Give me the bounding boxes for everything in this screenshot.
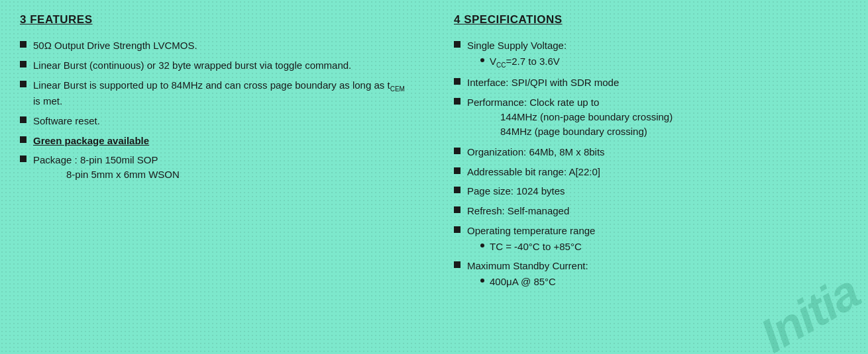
features-section: 3 FEATURES 50Ω Output Drive Strength LVC… — [20, 13, 434, 341]
sub-item: VCC=2.7 to 3.6V — [480, 54, 848, 71]
bullet-icon — [20, 41, 27, 48]
bullet-icon — [20, 136, 27, 143]
bullet-icon — [454, 148, 461, 154]
list-item: Linear Burst (continuous) or 32 byte wra… — [20, 58, 414, 73]
dot-bullet-icon — [480, 279, 484, 283]
specifications-title: 4 SPECIFICATIONS — [454, 13, 848, 26]
bullet-icon — [454, 187, 461, 193]
spec-text: Refresh: Self-managed — [467, 204, 848, 218]
list-item: Interface: SPI/QPI with SDR mode — [454, 75, 848, 90]
feature-text: 50Ω Output Drive Strength LVCMOS. — [33, 38, 414, 53]
bullet-icon — [454, 226, 461, 233]
bullet-icon — [454, 98, 461, 105]
bullet-icon — [20, 116, 27, 123]
list-item: Maximum Standby Current: 400μA @ 85°C — [454, 259, 848, 289]
sub-item-text: 400μA @ 85°C — [490, 275, 556, 289]
spec-subline: 144MHz (non-page boundary crossing) — [500, 110, 848, 125]
feature-text: Package : 8-pin 150mil SOP 8-pin 5mm x 6… — [33, 153, 414, 182]
spec-text: Addressable bit range: A[22:0] — [467, 165, 848, 179]
specifications-list: Single Supply Voltage: VCC=2.7 to 3.6V I… — [454, 38, 848, 289]
spec-sub-lines: 144MHz (non-page boundary crossing) 84MH… — [467, 110, 848, 140]
spec-text: Page size: 1024 bytes — [467, 184, 848, 199]
green-package-label: Green package available — [33, 134, 414, 148]
sub-item-text: VCC=2.7 to 3.6V — [490, 54, 560, 71]
page-container: 3 FEATURES 50Ω Output Drive Strength LVC… — [0, 0, 868, 354]
list-item: Organization: 64Mb, 8M x 8bits — [454, 145, 848, 159]
list-item: Operating temperature range TC = -40°C t… — [454, 224, 848, 254]
feature-text: Linear Burst is supported up to 84MHz an… — [33, 78, 414, 109]
bullet-icon — [20, 81, 27, 87]
spec-sub: VCC=2.7 to 3.6V — [467, 54, 848, 71]
list-item: 50Ω Output Drive Strength LVCMOS. — [20, 38, 414, 53]
specifications-section: 4 SPECIFICATIONS Single Supply Voltage: … — [434, 13, 848, 341]
list-item: Performance: Clock rate up to 144MHz (no… — [454, 95, 848, 140]
features-list: 50Ω Output Drive Strength LVCMOS. Linear… — [20, 38, 414, 183]
spec-text: Operating temperature range TC = -40°C t… — [467, 224, 848, 254]
list-item: Single Supply Voltage: VCC=2.7 to 3.6V — [454, 38, 848, 70]
list-item: Green package available — [20, 134, 414, 148]
sub-item-text: TC = -40°C to +85°C — [490, 240, 582, 254]
feature-text: Software reset. — [33, 114, 414, 128]
spec-text: Interface: SPI/QPI with SDR mode — [467, 75, 848, 90]
feature-text: Linear Burst (continuous) or 32 byte wra… — [33, 58, 414, 73]
dot-bullet-icon — [480, 243, 484, 247]
bullet-icon — [454, 41, 461, 48]
spec-text: Maximum Standby Current: 400μA @ 85°C — [467, 259, 848, 289]
list-item: Software reset. — [20, 114, 414, 128]
list-item: Package : 8-pin 150mil SOP 8-pin 5mm x 6… — [20, 153, 414, 182]
spec-text: Organization: 64Mb, 8M x 8bits — [467, 145, 848, 159]
sub-item: 400μA @ 85°C — [480, 275, 848, 289]
dot-bullet-icon — [480, 58, 484, 62]
list-item: Linear Burst is supported up to 84MHz an… — [20, 78, 414, 109]
spec-text: Single Supply Voltage: VCC=2.7 to 3.6V — [467, 38, 848, 70]
list-item: Page size: 1024 bytes — [454, 184, 848, 199]
spec-text: Performance: Clock rate up to 144MHz (no… — [467, 95, 848, 140]
bullet-icon — [454, 261, 461, 268]
sub-item: TC = -40°C to +85°C — [480, 240, 848, 254]
bullet-icon — [454, 78, 461, 85]
bullet-icon — [454, 167, 461, 174]
spec-sub: 400μA @ 85°C — [467, 275, 848, 289]
spec-sub: TC = -40°C to +85°C — [467, 240, 848, 254]
bullet-icon — [454, 206, 461, 213]
bullet-icon — [20, 61, 27, 67]
features-title: 3 FEATURES — [20, 13, 414, 26]
list-item: Refresh: Self-managed — [454, 204, 848, 218]
list-item: Addressable bit range: A[22:0] — [454, 165, 848, 179]
package-subtext: 8-pin 5mm x 6mm WSON — [33, 167, 414, 183]
spec-subline: 84MHz (page boundary crossing) — [500, 124, 848, 140]
bullet-icon — [20, 155, 27, 162]
